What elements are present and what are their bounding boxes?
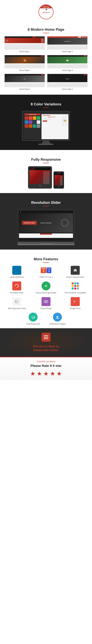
tm-logo-6 (84, 74, 87, 75)
thumb-mock-3 (5, 55, 45, 68)
svg-point-8 (46, 301, 47, 302)
hamburger-icon (41, 333, 51, 342)
made-by-section: This item is Made by Envato Elite Author (0, 328, 92, 356)
feature-fonts: F Google Fonts (61, 297, 89, 310)
home-page-4-thumb[interactable] (47, 55, 87, 68)
revolution-slider-badge: Revolution Slider (22, 221, 37, 225)
laptop-screen-content: Revolution Slider Book Our Services (19, 211, 73, 240)
svg-text:{/}: {/} (15, 300, 17, 302)
swatch-3[interactable] (33, 116, 36, 120)
home-page-6-item: Chef Style Home Page 6 (47, 74, 87, 90)
swatch-5[interactable] (25, 120, 28, 124)
swatch-11[interactable] (33, 124, 36, 128)
laptop-keyboard (18, 242, 74, 244)
laptop-nav-dot-1 (20, 212, 21, 212)
feature-revslider: Revolution Slider (3, 282, 31, 294)
burger-line-1 (44, 336, 48, 336)
phone-speaker (57, 173, 60, 173)
overlay-circle (61, 219, 68, 226)
tm-nav-item (42, 37, 44, 37)
monitor-wrapper: COLOR SCHEME (3, 111, 89, 146)
logo-bottom: Services (39, 11, 53, 14)
star-4[interactable]: ★ (50, 370, 55, 377)
phone-screen-content (55, 174, 63, 186)
responsive-section: Fully Responsive (0, 150, 92, 193)
monitor-right-nav (41, 112, 68, 114)
laptop-url-bar (22, 212, 71, 212)
desc-line-1 (43, 118, 52, 118)
tm-hero-1: CateringServices (5, 38, 45, 43)
star-1[interactable]: ★ (30, 370, 35, 377)
revolution-slider-title: Revolution Slider (3, 200, 89, 205)
star-5[interactable]: ★ (57, 370, 62, 377)
tm-logo-4 (84, 56, 87, 56)
feature-retina: Retina Ready (32, 297, 60, 310)
fonts-label: Google Fonts (70, 307, 81, 310)
support-icon (53, 312, 62, 322)
wordpress-icon (12, 266, 21, 275)
laptop-nav (19, 211, 73, 213)
monitor-left-panel: COLOR SCHEME (24, 112, 41, 139)
feature-unyson: Unyson Options Panel (61, 266, 89, 278)
tm-dark-hero-6: Chef Style (47, 76, 87, 82)
tm-dark-hero-2: Catering Services (47, 38, 87, 44)
tablet-home-btn[interactable] (39, 185, 41, 186)
laptop-hero-text: Book Our Services (41, 222, 51, 224)
features-grid-bottom: Fully Responsive Professional Support (3, 312, 89, 325)
phone-nav (55, 174, 63, 175)
tm-logo-5 (41, 74, 44, 75)
swatch-12[interactable] (37, 124, 40, 128)
laptop-screen-outer: Revolution Slider Book Our Services (18, 209, 74, 242)
stars-row: ★ ★ ★ ★ ★ (3, 370, 89, 377)
home-page-2-thumb[interactable]: Catering Services (47, 36, 87, 50)
tm-content-5 (5, 82, 45, 83)
swatch-4[interactable] (37, 116, 40, 120)
home-page-3-thumb[interactable] (5, 55, 45, 68)
code-icon: {/} (12, 297, 21, 306)
swatch-1[interactable] (25, 116, 28, 120)
home-page-6-thumb[interactable]: Chef Style (47, 74, 87, 87)
retina-label: Retina Ready (41, 307, 52, 310)
phone-home-btn[interactable] (58, 186, 59, 187)
brand-line (43, 116, 50, 116)
revslider-label: Revolution Slider (10, 292, 24, 294)
swatch-2[interactable] (29, 116, 32, 120)
swatch-7[interactable] (33, 120, 36, 124)
monitor-base (38, 144, 54, 145)
feature-code: {/} Well Organised Codes (3, 297, 31, 310)
logo: Catering ✦ Services (38, 4, 54, 20)
title-underline-responsive (43, 163, 49, 163)
crossbrowser-icon (71, 282, 80, 290)
swatch-9[interactable] (25, 124, 28, 128)
tablet-nav (29, 168, 51, 170)
color-variations-section: 8 Color Variations COLOR SCHEME (0, 95, 92, 150)
tm-dark-text-6: Chef Style (65, 78, 69, 79)
laptop-screen: Revolution Slider Book Our Services (19, 211, 73, 240)
rate-title: Please Rate It 5 star (3, 364, 89, 368)
swatch-10[interactable] (29, 124, 32, 128)
tablet-logo (30, 169, 35, 169)
tm-veggie-hero-4 (47, 57, 87, 63)
star-3[interactable]: ★ (43, 370, 49, 377)
swatch-8[interactable] (37, 120, 40, 124)
tm-nav-1 (5, 36, 45, 38)
devices-container (3, 166, 89, 188)
home-page-1-item: CateringServices Home Page 1 (5, 36, 45, 52)
support-label: Professional Support (49, 323, 66, 325)
tm-nav-6 (47, 74, 87, 76)
responsive-icon (29, 312, 38, 322)
laptop-device: Revolution Slider Book Our Services (18, 209, 74, 245)
home-page-1-thumb[interactable]: CateringServices (5, 36, 45, 50)
burger-line-3 (44, 338, 48, 339)
star-2[interactable]: ★ (37, 370, 42, 377)
swatch-6[interactable] (29, 120, 32, 124)
home-page-5-thumb[interactable]: SpecialDishes (5, 74, 45, 87)
feature-responsive: Fully Responsive (26, 312, 40, 325)
title-underline-features (43, 262, 49, 263)
tm-content-2 (47, 44, 87, 46)
tm-logo-3 (41, 56, 44, 56)
thumb-mock-1: CateringServices (5, 36, 45, 50)
home-page-1-label: Home Page 1 (5, 50, 45, 52)
home-page-5-label: Home Page 5 (5, 88, 45, 90)
monitor-right-panel: 👨‍🍳 Special Dishes (41, 112, 68, 139)
